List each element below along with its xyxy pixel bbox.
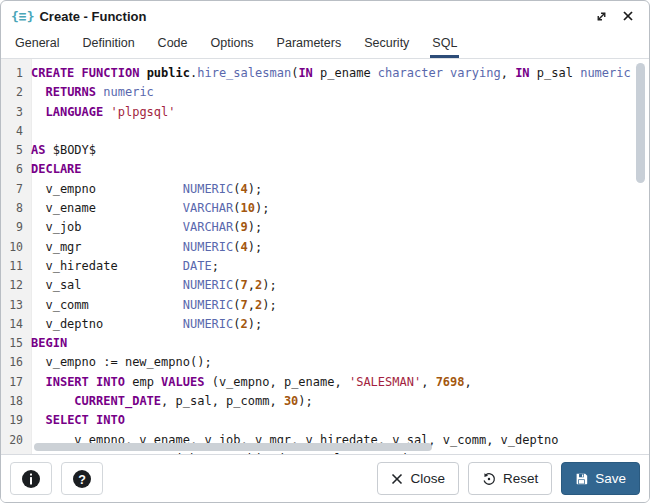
close-button-label: Close — [410, 471, 445, 486]
line-number: 21 — [1, 450, 31, 454]
code-line: 14 v_deptno NUMERIC(2); — [1, 315, 649, 334]
line-number: 15 — [1, 334, 31, 353]
code-line: 17 INSERT INTO emp VALUES (v_empno, p_en… — [1, 373, 649, 392]
code-line: 5AS $BODY$ — [1, 141, 649, 160]
create-function-dialog: {≡} Create - Function General Definition… — [0, 0, 650, 503]
line-number: 9 — [1, 218, 31, 237]
code-text: v_mgr NUMERIC(4); — [31, 238, 262, 257]
tab-sql[interactable]: SQL — [430, 31, 459, 58]
tab-code[interactable]: Code — [156, 31, 190, 58]
line-number: 17 — [1, 373, 31, 392]
tab-options[interactable]: Options — [209, 31, 256, 58]
code-text: SELECT INTO — [31, 411, 125, 430]
code-text: INSERT INTO emp VALUES (v_empno, p_ename… — [31, 373, 472, 392]
line-number: 18 — [1, 392, 31, 411]
code-text: BEGIN — [31, 334, 67, 353]
code-text: RETURNS numeric — [31, 83, 154, 102]
info-button[interactable] — [10, 462, 52, 495]
code-text: v_empno := new_empno(); — [31, 353, 212, 372]
save-button-label: Save — [595, 471, 626, 486]
line-number: 14 — [1, 315, 31, 334]
line-number: 5 — [1, 141, 31, 160]
code-line: 2 RETURNS numeric — [1, 83, 649, 102]
code-text: LANGUAGE 'plpgsql' — [31, 103, 176, 122]
code-text: v_ename VARCHAR(10); — [31, 199, 269, 218]
code-text: v_empno NUMERIC(4); — [31, 180, 262, 199]
line-number: 13 — [1, 296, 31, 315]
line-number: 7 — [1, 180, 31, 199]
info-icon — [21, 469, 41, 489]
svg-text:?: ? — [78, 472, 86, 486]
close-button-x-icon — [391, 473, 403, 485]
reset-button[interactable]: Reset — [468, 462, 552, 495]
code-text: CREATE FUNCTION public.hire_salesman(IN … — [31, 64, 631, 83]
code-lines: 1CREATE FUNCTION public.hire_salesman(IN… — [1, 64, 649, 454]
code-line: 8 v_ename VARCHAR(10); — [1, 199, 649, 218]
line-number: 16 — [1, 353, 31, 372]
code-line: 19 SELECT INTO — [1, 411, 649, 430]
dialog-title: Create - Function — [39, 9, 585, 24]
code-text: DECLARE — [31, 160, 82, 179]
reset-icon — [482, 472, 496, 486]
close-x-glyph — [622, 10, 634, 22]
vertical-scrollbar[interactable] — [636, 63, 645, 183]
code-line: 1CREATE FUNCTION public.hire_salesman(IN… — [1, 64, 649, 83]
close-icon[interactable] — [617, 5, 639, 27]
tab-definition[interactable]: Definition — [80, 31, 136, 58]
line-number: 4 — [1, 122, 31, 141]
code-text: CURRENT_DATE, p_sal, p_comm, 30); — [31, 392, 313, 411]
code-line: 15BEGIN — [1, 334, 649, 353]
line-number: 3 — [1, 103, 31, 122]
line-number: 2 — [1, 83, 31, 102]
code-line: 11 v_hiredate DATE; — [1, 257, 649, 276]
line-number: 6 — [1, 160, 31, 179]
tab-general[interactable]: General — [13, 31, 61, 58]
line-number: 20 — [1, 431, 31, 450]
code-line: 13 v_comm NUMERIC(7,2); — [1, 296, 649, 315]
code-text: v_hiredate DATE; — [31, 257, 219, 276]
code-line: 3 LANGUAGE 'plpgsql' — [1, 103, 649, 122]
help-icon: ? — [72, 469, 92, 489]
dialog-footer: ? Close Reset — [1, 454, 649, 502]
horizontal-scrollbar[interactable] — [34, 443, 432, 451]
help-button[interactable]: ? — [61, 462, 103, 495]
close-button[interactable]: Close — [377, 462, 459, 495]
line-number: 19 — [1, 411, 31, 430]
sql-code-editor[interactable]: 1CREATE FUNCTION public.hire_salesman(IN… — [1, 59, 649, 454]
tab-security[interactable]: Security — [362, 31, 411, 58]
reset-button-label: Reset — [503, 471, 538, 486]
title-bar: {≡} Create - Function — [1, 1, 649, 31]
line-number: 1 — [1, 64, 31, 83]
save-icon — [575, 472, 588, 485]
code-text: v_sal NUMERIC(7,2); — [31, 276, 277, 295]
save-button[interactable]: Save — [561, 462, 640, 495]
code-line: 7 v_empno NUMERIC(4); — [1, 180, 649, 199]
line-number: 8 — [1, 199, 31, 218]
code-text: v_comm NUMERIC(7,2); — [31, 296, 277, 315]
function-braces-icon: {≡} — [11, 10, 34, 23]
expand-icon[interactable] — [590, 5, 612, 27]
code-text: AS $BODY$ — [31, 141, 96, 160]
code-line: 18 CURRENT_DATE, p_sal, p_comm, 30); — [1, 392, 649, 411]
dialog-tabs: General Definition Code Options Paramete… — [1, 31, 649, 59]
code-line: 12 v_sal NUMERIC(7,2); — [1, 276, 649, 295]
code-line: 9 v_job VARCHAR(9); — [1, 218, 649, 237]
code-line: 6DECLARE — [1, 160, 649, 179]
expand-arrow-glyph — [595, 10, 608, 23]
code-line: 4 — [1, 122, 649, 141]
line-number: 10 — [1, 238, 31, 257]
line-number: 12 — [1, 276, 31, 295]
tab-parameters[interactable]: Parameters — [275, 31, 344, 58]
code-text: v_job VARCHAR(9); — [31, 218, 262, 237]
code-line: 10 v_mgr NUMERIC(4); — [1, 238, 649, 257]
line-number: 11 — [1, 257, 31, 276]
code-line: 16 v_empno := new_empno(); — [1, 353, 649, 372]
code-text: v_deptno NUMERIC(2); — [31, 315, 262, 334]
